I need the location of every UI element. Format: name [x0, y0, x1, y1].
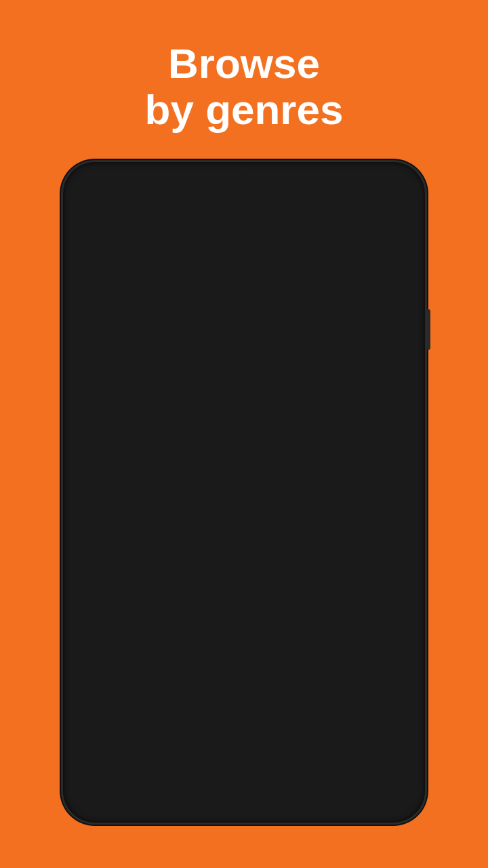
- phone-mockup: 10:31: [61, 160, 427, 825]
- svg-marker-0: [375, 178, 386, 187]
- genre-content-adventure: ADVENTURE: [245, 260, 421, 362]
- genre-label-romance: ROMANCE: [130, 761, 180, 771]
- app-header: Browse: [68, 193, 420, 234]
- promo-header: Browse by genres: [0, 0, 488, 160]
- genre-content-music: MUSIC: [245, 540, 421, 642]
- genre-label-scifi: SCI-FI: [318, 761, 348, 771]
- tab-music[interactable]: MUSIC: [300, 234, 347, 260]
- genre-content-romance: ROMANCE: [68, 680, 243, 782]
- genre-label-music: MUSIC: [317, 621, 348, 631]
- action-icon: [145, 312, 165, 337]
- tab-anime-genres[interactable]: ANIME GENRES: [214, 234, 300, 260]
- svg-point-10: [325, 606, 331, 611]
- header-icons: [362, 202, 407, 222]
- fantasy-icon: [145, 592, 165, 617]
- svg-rect-3: [403, 181, 404, 184]
- genre-label-action: ACTION: [136, 341, 174, 351]
- cast-icon: [362, 203, 380, 218]
- svg-rect-2: [392, 180, 400, 184]
- svg-rect-9: [331, 323, 335, 326]
- signal-icon: [375, 178, 386, 187]
- phone-side-button: [427, 309, 430, 350]
- status-time: 10:31: [84, 176, 125, 188]
- genre-card-scifi[interactable]: SCI-FI: [245, 680, 421, 782]
- genre-content-action: ACTION: [68, 260, 243, 362]
- romance-icon: [145, 732, 165, 757]
- genre-card-music[interactable]: MUSIC: [245, 540, 421, 642]
- svg-point-14: [330, 739, 336, 745]
- drama-icon: [323, 452, 343, 477]
- genre-content-scifi: SCI-FI: [245, 680, 421, 782]
- svg-line-6: [401, 213, 406, 218]
- genre-card-adventure[interactable]: ADVENTURE: [245, 260, 421, 362]
- wifi-icon: [359, 178, 371, 187]
- genre-card-drama[interactable]: DRAMA: [245, 401, 421, 502]
- genre-content-drama: DRAMA: [245, 401, 421, 502]
- genre-label-comedy: COMEDY: [134, 481, 177, 492]
- search-icon: [390, 202, 407, 218]
- adventure-icon: [323, 312, 343, 337]
- app-title: Browse: [81, 201, 150, 223]
- svg-point-11: [335, 604, 340, 609]
- genre-content-comedy: COMEDY: [68, 401, 243, 502]
- promo-title-line1: Browse: [14, 41, 474, 87]
- genre-card-fantasy[interactable]: FANTASY: [68, 540, 243, 642]
- tab-bar: ALL ANIME SIMULCASTS ANIME GENRES MUSIC: [68, 234, 420, 260]
- genre-content-fantasy: FANTASY: [68, 540, 243, 642]
- music-icon: [323, 592, 343, 617]
- status-icons: [359, 178, 404, 187]
- genre-label-drama: DRAMA: [314, 481, 350, 492]
- notification-icon: [114, 177, 125, 188]
- promo-title-line2: by genres: [14, 87, 474, 133]
- comedy-icon: [144, 454, 166, 477]
- svg-rect-4: [362, 215, 380, 218]
- search-button[interactable]: [390, 202, 407, 222]
- tab-all-anime[interactable]: ALL ANIME: [73, 234, 139, 260]
- cast-button[interactable]: [362, 203, 380, 222]
- genre-grid: ACTION AD: [68, 260, 420, 818]
- tab-simulcasts[interactable]: SIMULCASTS: [139, 234, 214, 260]
- genre-card-comedy[interactable]: COMEDY: [68, 401, 243, 502]
- phone-notch: [239, 175, 249, 186]
- genre-label-adventure: ADVENTURE: [302, 341, 363, 351]
- genre-card-action[interactable]: ACTION: [68, 260, 243, 362]
- scifi-icon: [321, 732, 344, 757]
- genre-label-fantasy: FANTASY: [133, 621, 178, 631]
- phone-screen: 10:31: [68, 167, 420, 818]
- genre-card-romance[interactable]: ROMANCE: [68, 680, 243, 782]
- battery-icon: [390, 178, 404, 186]
- time-display: 10:31: [84, 176, 110, 188]
